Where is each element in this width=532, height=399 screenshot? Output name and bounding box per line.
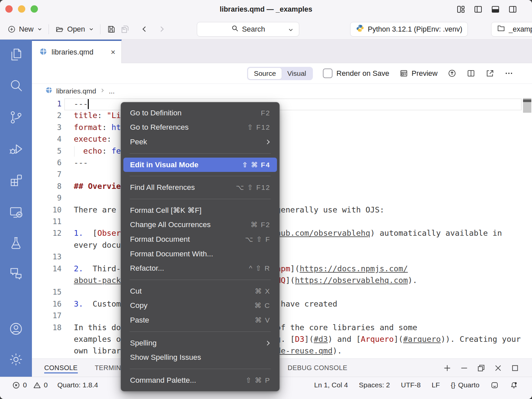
code-line[interactable]: 6---	[32, 157, 532, 169]
activity-bar	[0, 40, 32, 377]
language-mode-status[interactable]: {} Quarto	[451, 381, 479, 389]
new-button[interactable]: New	[7, 25, 42, 34]
tab-libraries-qmd[interactable]: libraries.qmd ×	[32, 40, 122, 63]
menu-item-paste[interactable]: Paste⌘ V	[121, 313, 279, 328]
code-line[interactable]: 3format: html	[32, 122, 532, 134]
menu-item-copy[interactable]: Copy⌘ C	[121, 299, 279, 313]
code-line[interactable]: 121. [Observable core libraries](https:/…	[32, 227, 532, 239]
render-on-save-checkbox[interactable]	[323, 68, 332, 78]
toggle-secondary-sidebar-icon[interactable]	[508, 5, 517, 14]
open-button[interactable]: Open	[55, 25, 94, 34]
menu-shortcut: ⌘ V	[255, 316, 270, 324]
source-mode-button[interactable]: Source	[248, 68, 282, 79]
breadcrumb-file[interactable]: libraries.qmd	[56, 87, 96, 95]
panel-maximize-icon[interactable]	[511, 364, 519, 372]
code-line[interactable]: 163. Custom libraries you or your collea…	[32, 298, 532, 310]
problems-status[interactable]: 0 0	[12, 381, 48, 389]
sidebar-item-remote-sessions[interactable]	[8, 204, 24, 219]
sidebar-item-settings[interactable]	[8, 352, 24, 367]
sidebar-item-source-control[interactable]	[8, 110, 24, 125]
indentation-status[interactable]: Spaces: 2	[359, 381, 390, 389]
code-line[interactable]: 7	[32, 169, 532, 181]
panel-add-icon[interactable]	[443, 364, 452, 372]
sidebar-item-account[interactable]	[8, 321, 24, 336]
menu-separator	[130, 332, 271, 332]
panel-close-icon[interactable]	[494, 364, 502, 372]
encoding-status[interactable]: UTF-8	[401, 381, 421, 389]
sidebar-item-run-debug[interactable]	[8, 141, 24, 157]
close-tab-icon[interactable]: ×	[111, 48, 115, 56]
menu-item-change-all-occurrences[interactable]: Change All Occurrences⌘ F2	[121, 218, 279, 232]
code-line[interactable]: examples of using third party libraries …	[32, 333, 532, 345]
code-line[interactable]: 4execute:	[32, 133, 532, 145]
code-line[interactable]: own libraries is covered in [Code Reuse]…	[32, 345, 532, 357]
menu-item-peek[interactable]: Peek	[121, 135, 279, 149]
sidebar-item-extensions[interactable]	[8, 173, 24, 188]
line-number: 10	[32, 204, 62, 216]
forward-icon[interactable]	[157, 25, 166, 34]
save-icon[interactable]	[107, 25, 116, 34]
project-selector[interactable]: _examples	[491, 22, 532, 37]
menu-item-cut[interactable]: Cut⌘ X	[121, 284, 279, 299]
panel-tab-console[interactable]: CONSOLE	[44, 359, 78, 377]
save-all-icon[interactable]	[120, 25, 130, 34]
menu-separator	[130, 153, 271, 154]
open-in-new-window-icon[interactable]	[485, 69, 494, 78]
notifications-bell-icon[interactable]	[510, 381, 518, 389]
more-actions-icon[interactable]	[504, 69, 513, 78]
menu-item-spelling[interactable]: Spelling	[121, 336, 279, 350]
panel-tab-debug-console[interactable]: DEBUG CONSOLE	[288, 359, 347, 377]
sidebar-item-explorer[interactable]	[8, 47, 24, 62]
menu-item-show-spelling-issues[interactable]: Show Spelling Issues	[121, 350, 279, 365]
menu-item-find-all-references[interactable]: Find All References⌥ ⇧ F12	[121, 180, 279, 195]
code-line[interactable]: 142. Third-party JavaScript libraries fr…	[32, 263, 532, 275]
menu-item-format-document[interactable]: Format Document⌥ ⇧ F	[121, 232, 279, 247]
folder-open-icon	[55, 25, 64, 34]
quarto-version-status[interactable]: Quarto: 1.8.4	[57, 381, 98, 389]
code-line[interactable]: 18In this document we'll provide an over…	[32, 322, 532, 334]
search-input[interactable]: Search	[197, 22, 299, 37]
line-number: 8	[32, 181, 62, 192]
sidebar-item-testing[interactable]	[8, 235, 24, 251]
code-line[interactable]: 1---	[32, 98, 532, 110]
code-line[interactable]: 2title: "Libraries"	[32, 110, 532, 122]
code-line[interactable]: 10There are three types of libraries you…	[32, 204, 532, 216]
preview-button[interactable]: Preview	[399, 69, 438, 78]
code-editor[interactable]: 1---2title: "Libraries"3format: html4exe…	[32, 98, 532, 358]
panel-minimize-icon[interactable]	[460, 364, 468, 372]
menu-item-edit-in-visual-mode[interactable]: Edit in Visual Mode⇧ ⌘ F4	[123, 158, 277, 172]
toggle-panel-icon[interactable]	[491, 5, 500, 14]
menu-item-go-to-references[interactable]: Go to References⇧ F12	[121, 120, 279, 135]
code-line[interactable]: 8## Overview	[32, 181, 532, 193]
split-editor-icon[interactable]	[466, 69, 475, 78]
cursor-position-status[interactable]: Ln 1, Col 4	[314, 381, 348, 389]
eol-status[interactable]: LF	[432, 381, 440, 389]
code-line[interactable]: about-packages-and-modules) and [Observa…	[32, 275, 532, 287]
toggle-primary-sidebar-icon[interactable]	[473, 5, 483, 14]
code-line[interactable]: every document.	[32, 239, 532, 251]
code-line[interactable]: 17	[32, 310, 532, 322]
code-line[interactable]: 5 echo: fenced	[32, 145, 532, 157]
code-line[interactable]: 9	[32, 192, 532, 204]
code-line[interactable]: 13	[32, 251, 532, 263]
back-icon[interactable]	[140, 25, 149, 34]
code-line[interactable]: 15	[32, 286, 532, 298]
feedback-smiley-icon[interactable]	[490, 381, 499, 389]
menu-item-format-document-with[interactable]: Format Document With...	[121, 247, 279, 261]
publish-icon[interactable]	[448, 69, 457, 78]
menu-item-refactor[interactable]: Refactor...^ ⇧ R	[121, 261, 279, 276]
line-number: 5	[32, 145, 62, 157]
line-number: 1	[32, 98, 62, 110]
plus-circle-icon	[7, 25, 16, 34]
menu-item-format-cell-k-f[interactable]: Format Cell [⌘K ⌘F]	[121, 203, 279, 218]
menu-item-go-to-definition[interactable]: Go to DefinitionF2	[121, 106, 279, 120]
code-line[interactable]: 11	[32, 216, 532, 228]
breadcrumb-more[interactable]: ...	[109, 87, 115, 95]
sidebar-item-search[interactable]	[8, 78, 24, 93]
customize-layout-icon[interactable]	[456, 5, 466, 14]
visual-mode-button[interactable]: Visual	[282, 68, 312, 79]
panel-restore-icon[interactable]	[477, 364, 485, 372]
menu-item-command-palette[interactable]: Command Palette...⇧ ⌘ P	[121, 373, 279, 388]
interpreter-selector[interactable]: Python 3.12.1 (PipEnv: .venv)	[350, 22, 468, 37]
sidebar-item-comments[interactable]	[8, 266, 24, 281]
